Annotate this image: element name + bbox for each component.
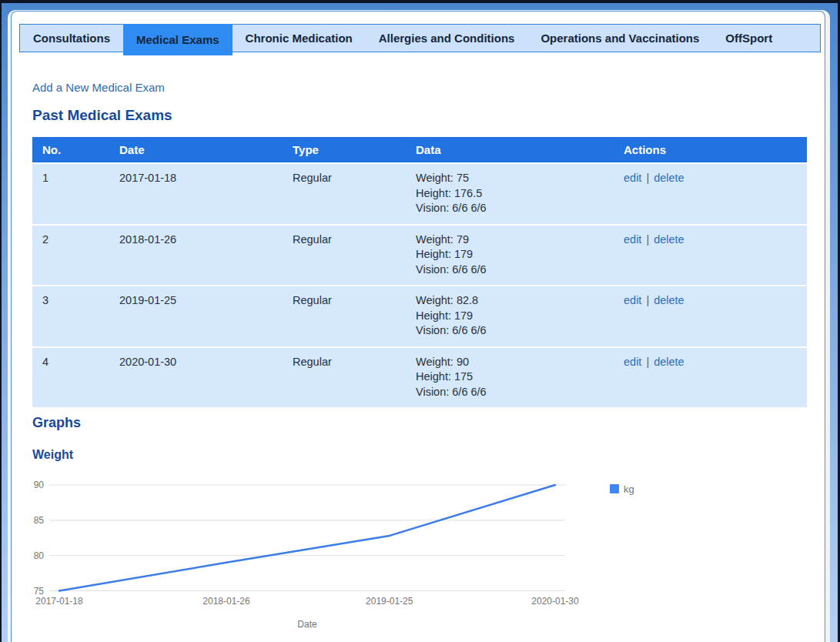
action-separator: | [641, 233, 654, 246]
legend-swatch [610, 484, 619, 493]
x-tick-label: 2020-01-30 [531, 596, 579, 607]
table-header-row: No.DateTypeDataActions [32, 137, 807, 162]
tab-consultations[interactable]: Consultations [20, 25, 123, 52]
data-line: Vision: 6/6 6/6 [416, 385, 624, 400]
data-line: Vision: 6/6 6/6 [416, 201, 624, 216]
past-medical-exams-table: No.DateTypeDataActions 12017-01-18Regula… [32, 137, 807, 407]
data-line: Weight: 79 [416, 232, 624, 248]
cell-date: 2017-01-18 [119, 171, 293, 216]
tab-operations-and-vaccinations[interactable]: Operations and Vaccinations [527, 25, 712, 52]
data-line: Weight: 90 [416, 355, 624, 370]
table-row: 12017-01-18RegularWeight: 75Height: 176.… [32, 164, 807, 224]
edit-link[interactable]: edit [624, 294, 641, 306]
data-line: Height: 179 [416, 309, 624, 324]
y-tick-label: 90 [34, 480, 45, 490]
cell-type: Regular [293, 293, 416, 339]
cell-data: Weight: 75Height: 176.5Vision: 6/6 6/6 [416, 171, 624, 216]
column-header-date: Date [119, 143, 293, 156]
action-separator: | [641, 356, 654, 368]
tab-medical-exams[interactable]: Medical Exams [123, 24, 233, 55]
x-tick-label: 2019-01-25 [366, 596, 413, 607]
action-separator: | [641, 172, 654, 184]
tab-allergies-and-conditions[interactable]: Allergies and Conditions [366, 25, 528, 52]
column-header-type: Type [293, 143, 416, 156]
cell-no: 1 [32, 171, 119, 216]
cell-no: 4 [32, 355, 119, 400]
data-line: Height: 179 [416, 247, 624, 262]
edit-link[interactable]: edit [624, 233, 641, 246]
window-frame: ConsultationsMedical ExamsChronic Medica… [2, 3, 838, 642]
table-row: 42020-01-30RegularWeight: 90Height: 175V… [32, 348, 807, 408]
action-separator: | [641, 294, 654, 306]
cell-date: 2020-01-30 [119, 355, 293, 400]
legend-label: kg [624, 483, 634, 495]
cell-no: 3 [32, 293, 119, 339]
column-header-data: Data [416, 143, 624, 156]
cell-actions: edit|delete [624, 232, 807, 278]
data-line: Vision: 6/6 6/6 [416, 262, 624, 278]
tab-offsport[interactable]: OffSport [712, 25, 785, 52]
delete-link[interactable]: delete [654, 294, 684, 306]
cell-actions: edit|delete [624, 171, 807, 216]
y-tick-label: 85 [34, 515, 45, 526]
data-line: Weight: 82.8 [416, 293, 624, 309]
cell-date: 2018-01-26 [119, 232, 293, 278]
cell-type: Regular [293, 171, 416, 216]
weight-chart-title: Weight [32, 448, 73, 462]
delete-link[interactable]: delete [654, 356, 684, 368]
cell-no: 2 [32, 232, 119, 278]
cell-actions: edit|delete [624, 355, 807, 400]
cell-actions: edit|delete [624, 293, 807, 339]
cell-data: Weight: 90Height: 175Vision: 6/6 6/6 [416, 355, 624, 400]
delete-link[interactable]: delete [654, 233, 684, 246]
x-tick-label: 2018-01-26 [202, 596, 250, 607]
weight-chart: 758085902017-01-182018-01-262019-01-2520… [22, 471, 715, 636]
graphs-section-title: Graphs [32, 415, 81, 431]
tab-chronic-medication[interactable]: Chronic Medication [233, 25, 366, 52]
weight-chart-svg: 758085902017-01-182018-01-262019-01-2520… [22, 471, 715, 636]
cell-data: Weight: 82.8Height: 179Vision: 6/6 6/6 [416, 293, 624, 339]
page-background: ConsultationsMedical ExamsChronic Medica… [8, 10, 830, 642]
data-line: Vision: 6/6 6/6 [416, 323, 624, 339]
table-body: 12017-01-18RegularWeight: 75Height: 176.… [32, 164, 807, 407]
app-window: ConsultationsMedical ExamsChronic Medica… [0, 0, 840, 642]
cell-type: Regular [293, 355, 416, 400]
x-axis-title: Date [297, 619, 317, 630]
weight-line-series [59, 485, 555, 591]
x-tick-label: 2017-01-18 [35, 596, 83, 607]
content-panel: ConsultationsMedical ExamsChronic Medica… [11, 11, 825, 642]
cell-data: Weight: 79Height: 179Vision: 6/6 6/6 [416, 232, 624, 278]
table-row: 32019-01-25RegularWeight: 82.8Height: 17… [32, 286, 807, 346]
y-tick-label: 75 [34, 586, 45, 597]
past-medical-exams-title: Past Medical Exams [32, 107, 172, 124]
add-new-medical-exam-link[interactable]: Add a New Medical Exam [32, 81, 165, 94]
column-header-actions: Actions [624, 143, 807, 156]
tab-bar: ConsultationsMedical ExamsChronic Medica… [19, 24, 821, 52]
data-line: Weight: 75 [416, 171, 624, 186]
table-row: 22018-01-26RegularWeight: 79Height: 179V… [32, 226, 807, 286]
data-line: Height: 176.5 [416, 186, 624, 202]
cell-date: 2019-01-25 [119, 293, 293, 339]
cell-type: Regular [293, 232, 416, 278]
y-tick-label: 80 [34, 550, 45, 561]
column-header-no: No. [32, 143, 119, 156]
delete-link[interactable]: delete [654, 172, 684, 184]
data-line: Height: 175 [416, 369, 624, 385]
edit-link[interactable]: edit [624, 356, 641, 368]
edit-link[interactable]: edit [624, 172, 641, 184]
